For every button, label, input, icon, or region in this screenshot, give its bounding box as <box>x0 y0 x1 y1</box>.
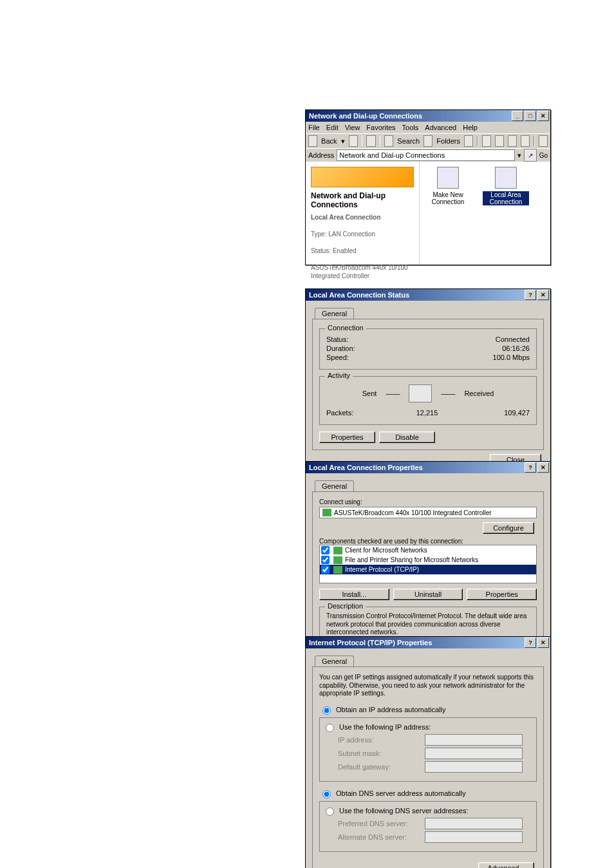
titlebar[interactable]: Internet Protocol (TCP/IP) Properties ? … <box>306 637 550 648</box>
menu-favorites[interactable]: Favorites <box>366 124 395 131</box>
client-icon <box>333 547 342 554</box>
undo-icon[interactable] <box>521 135 530 147</box>
close-icon[interactable]: ✕ <box>537 462 549 473</box>
components-label: Components checked are used by this conn… <box>319 538 537 545</box>
go-button[interactable]: ↗ <box>524 149 537 162</box>
titlebar[interactable]: Network and Dial-up Connections _ □ ✕ <box>306 110 550 122</box>
radio[interactable] <box>326 807 334 816</box>
close-icon[interactable]: ✕ <box>537 637 549 648</box>
folders-icon[interactable] <box>423 135 433 147</box>
checkbox[interactable] <box>321 556 330 564</box>
protocol-icon <box>333 566 342 574</box>
packets-received: 109,427 <box>470 409 530 417</box>
subnet-input <box>425 748 523 759</box>
radio[interactable] <box>322 790 331 798</box>
checkbox[interactable] <box>321 546 330 554</box>
subnet-label: Subnet mask: <box>338 750 422 757</box>
icon-label: Local Area Connection <box>483 191 529 205</box>
help-icon[interactable]: ? <box>525 462 536 473</box>
radio-obtain-dns[interactable]: Obtain DNS server address automatically <box>319 788 537 798</box>
close-icon[interactable]: ✕ <box>537 111 549 121</box>
menu-tools[interactable]: Tools <box>402 124 419 131</box>
address-input[interactable] <box>337 149 514 161</box>
back-icon[interactable] <box>308 135 317 147</box>
close-icon[interactable]: ✕ <box>537 290 549 300</box>
sidebar-device: ASUSTeK/Broadcom 440x 10/100 Integrated … <box>311 264 408 279</box>
views-icon[interactable] <box>539 135 548 147</box>
icon-local-area-connection[interactable]: Local Area Connection <box>483 167 529 205</box>
tcpip-dialog: Internet Protocol (TCP/IP) Properties ? … <box>305 636 551 868</box>
computers-icon <box>409 384 432 402</box>
tab-general[interactable]: General <box>315 308 354 319</box>
titlebar[interactable]: Local Area Connection Properties ? ✕ <box>306 462 550 473</box>
radio[interactable] <box>322 706 331 715</box>
menu-file[interactable]: File <box>308 124 320 131</box>
menu-help[interactable]: Help <box>463 124 478 131</box>
radio-use-ip[interactable]: Use the following IP address: <box>322 722 530 732</box>
properties-button[interactable]: Properties <box>319 431 375 443</box>
network-icon <box>495 167 517 189</box>
search-button[interactable]: Search <box>397 137 420 145</box>
minimize-icon[interactable]: _ <box>512 111 523 121</box>
history-icon[interactable] <box>464 135 473 147</box>
menu-view[interactable]: View <box>345 124 360 131</box>
alternate-dns-label: Alternate DNS server: <box>338 833 422 841</box>
advanced-button[interactable]: Advanced... <box>478 862 534 869</box>
help-icon[interactable]: ? <box>525 637 536 648</box>
delete-icon[interactable] <box>508 135 517 147</box>
received-label: Received <box>464 390 494 397</box>
components-list[interactable]: Client for Microsoft Networks File and P… <box>319 545 537 583</box>
group-legend: Activity <box>325 372 353 379</box>
menu-edit[interactable]: Edit <box>326 124 339 131</box>
speed-label: Speed: <box>326 354 397 361</box>
window-title: Local Area Connection Status <box>307 291 523 299</box>
packets-label: Packets: <box>326 409 397 417</box>
titlebar[interactable]: Local Area Connection Status ? ✕ <box>306 289 550 301</box>
icon-make-new-connection[interactable]: Make New Connection <box>425 167 471 205</box>
forward-icon[interactable] <box>349 135 358 147</box>
component-label: Internet Protocol (TCP/IP) <box>345 566 419 573</box>
icon-label: Make New Connection <box>425 191 471 205</box>
uninstall-button[interactable]: Uninstall <box>393 589 463 600</box>
tab-general[interactable]: General <box>315 656 354 666</box>
folder-banner-icon <box>311 167 414 187</box>
nic-icon <box>322 509 331 516</box>
component-properties-button[interactable]: Properties <box>467 589 537 600</box>
sidebar-status-label: Status: <box>311 247 331 254</box>
group-activity: Activity Sent —— —— Received Packets: 12… <box>319 376 537 425</box>
icon-area: Make New Connection Local Area Connectio… <box>420 162 550 265</box>
maximize-icon[interactable]: □ <box>525 111 536 121</box>
back-button[interactable]: Back <box>321 137 337 145</box>
radio-use-dns[interactable]: Use the following DNS server addresses: <box>322 806 530 816</box>
go-label: Go <box>539 152 548 159</box>
configure-button[interactable]: Configure <box>483 522 534 534</box>
move-icon[interactable] <box>482 135 491 147</box>
speed-value: 100.0 Mbps <box>397 354 530 361</box>
status-dialog: Local Area Connection Status ? ✕ General… <box>305 288 551 475</box>
group-ip: Use the following IP address: IP address… <box>319 717 537 782</box>
radio-obtain-ip[interactable]: Obtain an IP address automatically <box>319 704 537 715</box>
window-title: Internet Protocol (TCP/IP) Properties <box>307 639 523 646</box>
sidebar-type-label: Type: <box>311 231 326 238</box>
copy-icon[interactable] <box>495 135 504 147</box>
search-icon[interactable] <box>384 135 393 147</box>
up-icon[interactable] <box>366 135 375 147</box>
radio[interactable] <box>326 724 334 732</box>
component-label: Client for Microsoft Networks <box>345 547 427 554</box>
alternate-dns-input <box>425 831 523 843</box>
group-legend: Connection <box>325 324 366 332</box>
list-item: Client for Microsoft Networks <box>320 545 536 555</box>
gateway-input <box>425 761 523 773</box>
folders-button[interactable]: Folders <box>436 137 460 145</box>
checkbox[interactable] <box>321 565 330 574</box>
preferred-dns-input <box>425 818 523 829</box>
group-legend: Description <box>325 602 366 610</box>
duration-label: Duration: <box>326 344 397 352</box>
group-connection: Connection Status:Connected Duration:06:… <box>319 328 537 370</box>
disable-button[interactable]: Disable <box>379 431 435 443</box>
help-icon[interactable]: ? <box>525 290 536 300</box>
menu-advanced[interactable]: Advanced <box>425 124 456 131</box>
tab-general[interactable]: General <box>315 480 354 491</box>
sent-label: Sent <box>362 390 377 397</box>
install-button[interactable]: Install... <box>319 589 389 600</box>
